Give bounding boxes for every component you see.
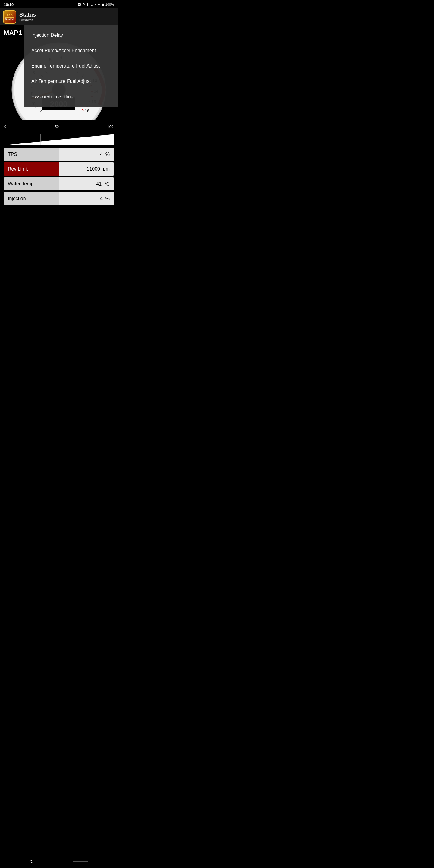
- app-logo: PRO Sem Full: [3, 10, 16, 24]
- status-bar: 10:19 🖼 P ⬆ ⊕ • ▼ ▮ 100%: [0, 0, 118, 8]
- tps-value: 4 %: [59, 148, 114, 161]
- dot-icon: •: [95, 3, 96, 6]
- bar-track-svg: [4, 130, 114, 145]
- menu-item-engine-temp[interactable]: Engine Temperature Fuel Adjust: [24, 59, 118, 74]
- menu-item-evaporation[interactable]: Evaporation Setting: [24, 89, 118, 104]
- rev-limit-row: Rev Limit 11000 rpm: [4, 162, 114, 176]
- menu-item-accel-pump[interactable]: Accel Pump/Accel Enrichment: [24, 43, 118, 59]
- injection-value: 4 %: [59, 192, 114, 205]
- wifi-icon: ▼: [97, 3, 101, 6]
- bar-scale: 0 50 100: [4, 125, 114, 129]
- data-rows: TPS 4 % Rev Limit 11000 rpm Water Temp 4…: [0, 147, 118, 207]
- injection-label: Injection: [4, 192, 59, 205]
- svg-marker-47: [4, 145, 9, 145]
- bar-scale-100: 100: [107, 125, 113, 129]
- logo-sem: Sem Full: [5, 18, 14, 20]
- svg-marker-46: [4, 134, 114, 145]
- injection-row: Injection 4 %: [4, 192, 114, 205]
- rev-limit-value: 11000 rpm: [59, 162, 114, 176]
- water-temp-row: Water Temp 41 ℃: [4, 177, 114, 190]
- water-temp-label: Water Temp: [4, 177, 59, 190]
- photo-icon: 🖼: [78, 3, 81, 6]
- logo-pro: PRO: [7, 14, 13, 17]
- upload-icon: ⬆: [86, 3, 89, 7]
- rev-limit-label: Rev Limit: [4, 162, 59, 176]
- menu-item-air-temp[interactable]: Air Temperature Fuel Adjust: [24, 74, 118, 89]
- status-icons: 🖼 P ⬆ ⊕ • ▼ ▮ 100%: [78, 3, 114, 7]
- status-time: 10:19: [4, 2, 13, 7]
- tps-row: TPS 4 %: [4, 148, 114, 161]
- menu-item-injection-delay[interactable]: Injection Delay: [24, 28, 118, 43]
- toolbar: PRO Sem Full Status Connecti...: [0, 8, 118, 25]
- bar-scale-50: 50: [55, 125, 59, 129]
- toolbar-title: Status: [19, 12, 115, 18]
- battery-icon: ▮: [102, 3, 104, 7]
- chrome-icon: ⊕: [90, 3, 93, 7]
- battery-percent: 100%: [105, 3, 114, 6]
- water-temp-value: 41 ℃: [59, 177, 114, 190]
- toolbar-title-section: Status Connecti...: [19, 12, 115, 22]
- dropdown-menu: Injection Delay Accel Pump/Accel Enrichm…: [24, 25, 118, 107]
- bar-section: 0 50 100: [0, 123, 118, 147]
- parking-icon: P: [83, 3, 85, 6]
- tps-label: TPS: [4, 148, 59, 161]
- bar-scale-0: 0: [4, 125, 6, 129]
- toolbar-subtitle: Connecti...: [19, 18, 115, 22]
- svg-text:16: 16: [85, 108, 90, 113]
